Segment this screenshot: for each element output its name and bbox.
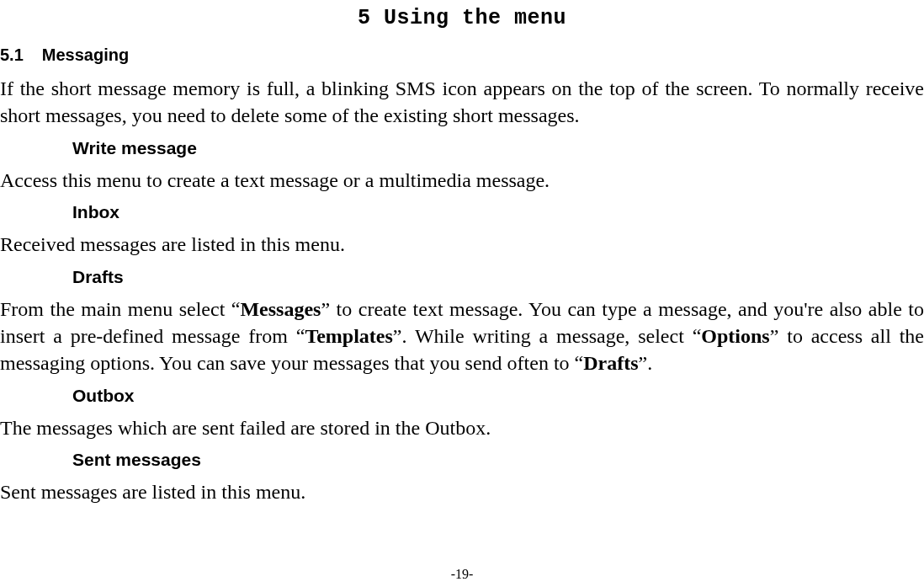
inbox-body: Received messages are listed in this men… [0,231,924,258]
drafts-body: From the main menu select “Messages” to … [0,296,924,377]
page-number: -19- [0,567,924,582]
chapter-title: 5 Using the menu [0,6,924,30]
write-message-heading: Write message [72,138,924,158]
intro-paragraph: If the short message memory is full, a b… [0,75,924,130]
section-name: Messaging [42,45,129,64]
drafts-text: ”. While writing a message, select “ [393,325,701,347]
outbox-body: The messages which are sent failed are s… [0,414,924,441]
drafts-bold-templates: Templates [305,325,392,347]
drafts-text: ”. [639,352,653,374]
sent-messages-body: Sent messages are listed in this menu. [0,478,924,505]
section-number: 5.1 [0,45,24,65]
write-message-body: Access this menu to create a text messag… [0,167,924,194]
drafts-bold-options: Options [701,325,769,347]
drafts-bold-drafts: Drafts [583,352,638,374]
drafts-bold-messages: Messages [240,298,321,320]
drafts-text: From the main menu select “ [0,298,240,320]
drafts-heading: Drafts [72,267,924,287]
section-heading: 5.1Messaging [0,45,924,65]
sent-messages-heading: Sent messages [72,450,924,470]
outbox-heading: Outbox [72,386,924,406]
inbox-heading: Inbox [72,202,924,222]
